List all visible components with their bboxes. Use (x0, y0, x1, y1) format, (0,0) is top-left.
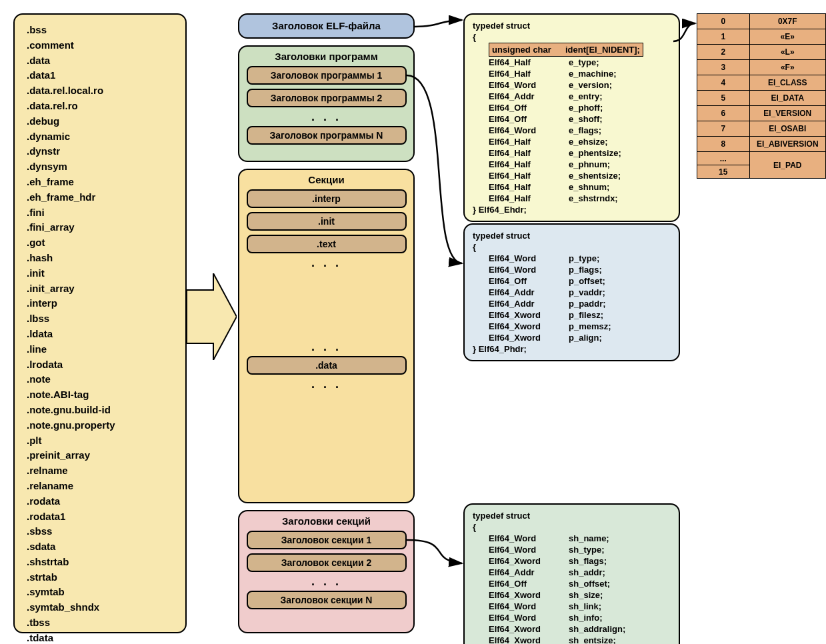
section-name: .comment (27, 38, 173, 53)
section-name: .init (27, 266, 173, 281)
ellipsis: . . . (239, 379, 413, 389)
section-name: .data.rel.local.ro (27, 83, 173, 99)
section-name: .fini_array (27, 220, 173, 235)
section-header-item: Заголовок секции N (247, 591, 407, 609)
section-name: .symtab (27, 585, 173, 600)
section-item: .interp (247, 189, 407, 208)
section-name: .relname (27, 463, 173, 479)
section-name: .data.rel.ro (27, 99, 173, 114)
sections-box: Секции .interp .init .text . . . . . . .… (238, 169, 415, 503)
section-name: .rodata (27, 494, 173, 509)
section-name: .eh_frame_hdr (27, 190, 173, 205)
program-headers-title: Заголовки программ (239, 51, 413, 62)
ellipsis: . . . (239, 257, 413, 268)
section-name: .data1 (27, 68, 173, 83)
section-name: .debug (27, 114, 173, 129)
section-name: .data (27, 53, 173, 69)
sections-list: .bss.comment.data.data1.data.rel.local.r… (13, 13, 187, 633)
section-header-item: Заголовок секции 1 (247, 531, 407, 549)
section-name: .note.gnu.property (27, 418, 173, 433)
section-name: .line (27, 342, 173, 357)
section-name: .ldata (27, 327, 173, 342)
section-name: .note.ABI-tag (27, 387, 173, 403)
program-header-item: Заголовок программы N (247, 126, 407, 145)
section-name: .dynstr (27, 144, 173, 159)
program-header-item: Заголовок программы 1 (247, 66, 407, 85)
section-headers-title: Заголовки секций (239, 515, 413, 527)
section-item: .data (247, 356, 407, 375)
section-headers-box: Заголовки секций Заголовок секции 1 Заго… (238, 510, 415, 633)
section-name: .preinit_array (27, 448, 173, 463)
section-name: .lrodata (27, 357, 173, 373)
ellipsis: . . . (239, 341, 413, 352)
section-name: .note (27, 372, 173, 387)
section-name: .tdata (27, 631, 173, 644)
program-headers-box: Заголовки программ Заголовок программы 1… (238, 45, 415, 162)
section-name: .init_array (27, 281, 173, 297)
section-item: .text (247, 235, 407, 253)
section-name: .lbss (27, 311, 173, 327)
ellipsis: . . . (239, 111, 413, 122)
sections-title: Секции (239, 174, 413, 185)
ehdr-struct: typedef struct { unsigned charident[EI_N… (463, 13, 680, 222)
section-name: .plt (27, 433, 173, 449)
ident-table: 00X7F1«E»2«L»3«F»4EI_CLASS5EI_DATA6EI_VE… (697, 13, 826, 179)
section-name: .shstrtab (27, 555, 173, 570)
section-name: .got (27, 235, 173, 251)
shdr-struct: typedef struct { Elf64_Wordsh_name;Elf64… (463, 503, 680, 644)
section-name: .sbss (27, 524, 173, 539)
section-name: .dynamic (27, 129, 173, 145)
section-name: .symtab_shndx (27, 600, 173, 615)
section-name: .relaname (27, 479, 173, 494)
section-name: .strtab (27, 570, 173, 585)
section-name: .hash (27, 251, 173, 266)
elf-header-box: Заголовок ELF-файла (238, 13, 415, 39)
program-header-item: Заголовок программы 2 (247, 89, 407, 107)
ellipsis: . . . (239, 576, 413, 587)
section-item: .init (247, 212, 407, 231)
section-name: .note.gnu.build-id (27, 403, 173, 418)
section-name: .sdata (27, 539, 173, 555)
big-arrow-icon (187, 273, 237, 360)
section-name: .tbss (27, 615, 173, 631)
section-name: .dynsym (27, 159, 173, 175)
section-name: .fini (27, 205, 173, 221)
phdr-struct: typedef struct { Elf64_Wordp_type;Elf64_… (463, 223, 680, 361)
section-name: .bss (27, 23, 173, 38)
section-name: .interp (27, 296, 173, 311)
section-name: .rodata1 (27, 509, 173, 525)
section-name: .eh_frame (27, 175, 173, 190)
section-header-item: Заголовок секции 2 (247, 553, 407, 572)
